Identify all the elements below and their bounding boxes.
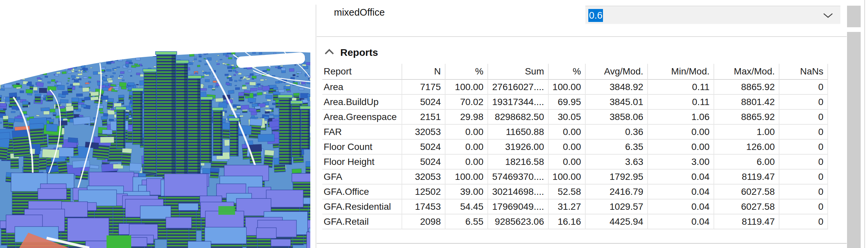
table-cell: 17969049.... (488, 200, 549, 214)
table-cell: 17453 (402, 200, 445, 214)
table-cell: 69.95 (549, 95, 586, 110)
table-cell: 70.02 (445, 95, 488, 110)
table-cell: 5024 (402, 154, 445, 170)
column-header: Report (322, 64, 402, 80)
table-cell: 18216.58 (488, 154, 549, 170)
panel-bottom-border (317, 243, 847, 244)
table-cell: 0 (779, 125, 828, 140)
table-cell: 0 (779, 110, 828, 125)
table-cell: 8865.92 (714, 80, 779, 95)
table-cell: 16.16 (549, 214, 586, 229)
table-cell: 27616027.... (488, 80, 549, 95)
table-cell: 0.00 (549, 125, 586, 140)
table-cell: 100.00 (549, 80, 586, 95)
table-cell: Area.BuildUp (322, 95, 402, 110)
table-cell: 0.00 (549, 154, 586, 170)
reports-section-title: Reports (340, 45, 378, 60)
parameter-value-combobox[interactable]: 0.6 (585, 6, 840, 24)
table-cell: 1792.95 (586, 170, 648, 184)
column-header: Sum (488, 64, 549, 80)
table-cell: 3.00 (648, 154, 714, 170)
table-cell: 39.00 (445, 184, 488, 200)
column-header: NaNs (779, 64, 828, 80)
table-cell: 1029.57 (586, 200, 648, 214)
window-edge (864, 0, 865, 248)
table-cell: 8865.92 (714, 110, 779, 125)
city-3d-render (0, 20, 310, 248)
table-cell: 100.00 (445, 80, 488, 95)
table-cell: 3858.06 (586, 110, 648, 125)
parameter-label: mixedOffice (334, 5, 385, 20)
column-header: N (402, 64, 445, 80)
table-cell: 3848.92 (586, 80, 648, 95)
table-cell: 30214698.... (488, 184, 549, 200)
table-cell: 30.05 (549, 110, 586, 125)
column-header: % (445, 64, 488, 80)
section-separator (317, 36, 847, 37)
table-cell: 0 (779, 140, 828, 154)
chevron-up-icon[interactable] (324, 49, 334, 55)
parameter-selected-value: 0.6 (588, 9, 603, 22)
table-cell: 0.36 (586, 125, 648, 140)
table-cell: 0.00 (648, 125, 714, 140)
reports-table: ReportN%Sum%Avg/Mod.Min/Mod.Max/Mod.NaNs… (322, 64, 828, 229)
table-cell: 0 (779, 170, 828, 184)
table-cell: Floor Height (322, 154, 402, 170)
table-cell: Area.Greenspace (322, 110, 402, 125)
table-cell: 4425.94 (586, 214, 648, 229)
table-cell: 0.04 (648, 184, 714, 200)
table-cell: 5024 (402, 140, 445, 154)
table-cell: 31.27 (549, 200, 586, 214)
table-cell: 5024 (402, 95, 445, 110)
table-cell: 54.45 (445, 200, 488, 214)
table-cell: 1.00 (714, 125, 779, 140)
table-cell: 0.00 (445, 125, 488, 140)
table-cell: 0.04 (648, 200, 714, 214)
table-cell: 8298682.50 (488, 110, 549, 125)
column-header: Max/Mod. (714, 64, 779, 80)
table-cell: GFA.Retail (322, 214, 402, 229)
table-cell: 8119.47 (714, 170, 779, 184)
table-cell: 100.00 (445, 170, 488, 184)
parameters-scrollbar-thumb[interactable] (847, 6, 861, 27)
table-cell: 6027.58 (714, 200, 779, 214)
table-cell: 2151 (402, 110, 445, 125)
table-cell: 0.00 (445, 154, 488, 170)
table-cell: 126.00 (714, 140, 779, 154)
table-cell: 57469370.... (488, 170, 549, 184)
3d-viewport[interactable] (0, 20, 310, 248)
table-cell: 0 (779, 154, 828, 170)
table-cell: 19317344.... (488, 95, 549, 110)
table-cell: 11650.88 (488, 125, 549, 140)
table-cell: 32053 (402, 125, 445, 140)
table-cell: 0 (779, 184, 828, 200)
table-cell: 0 (779, 95, 828, 110)
chevron-down-icon (823, 13, 833, 18)
table-cell: 0.11 (648, 80, 714, 95)
column-header: Avg/Mod. (586, 64, 648, 80)
table-cell: GFA (322, 170, 402, 184)
table-cell: 0.04 (648, 170, 714, 184)
table-cell: 2416.79 (586, 184, 648, 200)
table-cell: 0 (779, 80, 828, 95)
table-cell: 6.35 (586, 140, 648, 154)
table-cell: 6.55 (445, 214, 488, 229)
reports-scrollbar-thumb[interactable] (847, 32, 861, 248)
column-header: % (549, 64, 586, 80)
table-cell: 0.00 (648, 140, 714, 154)
table-cell: 12502 (402, 184, 445, 200)
table-cell: Floor Count (322, 140, 402, 154)
table-cell: 0.11 (648, 95, 714, 110)
table-cell: 0.00 (445, 140, 488, 154)
table-cell: GFA.Office (322, 184, 402, 200)
table-cell: FAR (322, 125, 402, 140)
table-cell: 1.06 (648, 110, 714, 125)
table-cell: 0 (779, 214, 828, 229)
panel-divider (316, 5, 316, 248)
table-cell: 32053 (402, 170, 445, 184)
column-header: Min/Mod. (648, 64, 714, 80)
table-cell: GFA.Residential (322, 200, 402, 214)
table-cell: 2098 (402, 214, 445, 229)
table-cell: 9285623.06 (488, 214, 549, 229)
table-cell: 0.04 (648, 214, 714, 229)
